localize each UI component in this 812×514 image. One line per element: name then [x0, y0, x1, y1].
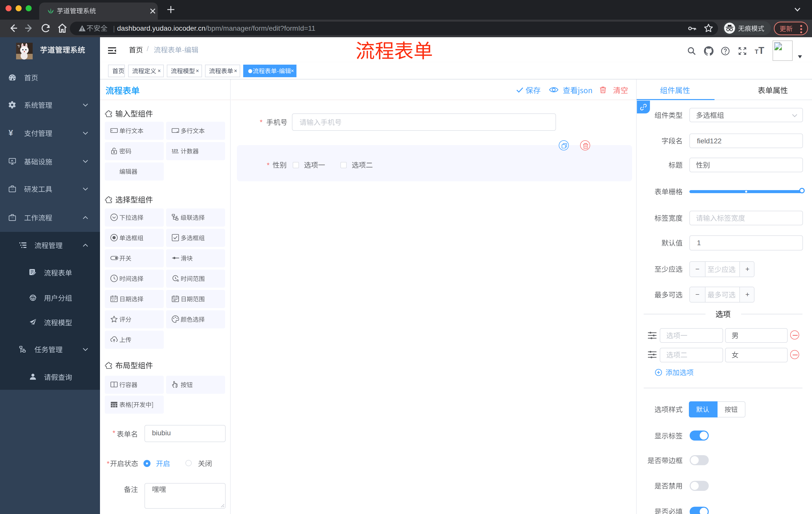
svg-text:123: 123: [172, 148, 178, 153]
